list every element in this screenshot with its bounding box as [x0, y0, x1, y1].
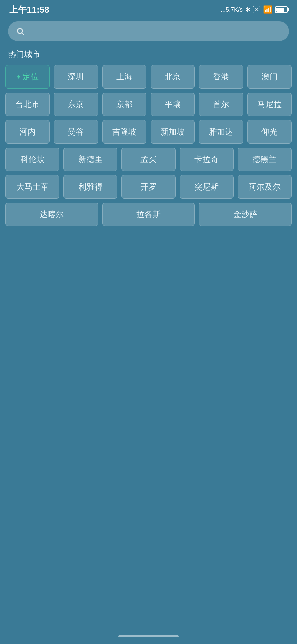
city-algiers-btn[interactable]: 阿尔及尔 [238, 175, 292, 199]
cities-grid: ⌖ 定位 深圳 上海 北京 香港 澳门 台北市 东京 京都 平壤 首尔 马尼拉 … [0, 65, 297, 226]
city-tokyo-btn[interactable]: 东京 [54, 93, 98, 116]
wifi-icon: 📶 [263, 5, 272, 14]
city-hongkong-btn[interactable]: 香港 [199, 65, 243, 89]
cities-row-4: 科伦坡 新德里 孟买 卡拉奇 德黑兰 [5, 148, 292, 171]
location-icon: ⌖ [17, 73, 20, 81]
city-seoul-btn[interactable]: 首尔 [199, 93, 243, 116]
city-riyadh-btn[interactable]: 利雅得 [63, 175, 117, 199]
city-macau-btn[interactable]: 澳门 [247, 65, 292, 89]
cities-row-6: 达喀尔 拉各斯 金沙萨 [5, 203, 292, 226]
city-karachi-btn[interactable]: 卡拉奇 [180, 148, 234, 171]
city-jakarta-btn[interactable]: 雅加达 [199, 120, 243, 144]
cities-row-2: 台北市 东京 京都 平壤 首尔 马尼拉 [5, 93, 292, 116]
search-icon [16, 27, 25, 36]
city-colombo-btn[interactable]: 科伦坡 [5, 148, 59, 171]
bluetooth-icon: ✱ [245, 6, 250, 13]
city-newdelhi-btn[interactable]: 新德里 [63, 148, 117, 171]
city-dakar-btn[interactable]: 达喀尔 [5, 203, 98, 226]
city-kyoto-btn[interactable]: 京都 [102, 93, 146, 116]
battery-icon [275, 6, 288, 13]
city-lagos-btn[interactable]: 拉各斯 [102, 203, 195, 226]
search-input[interactable] [30, 27, 281, 36]
close-icon: ✕ [253, 6, 260, 13]
cities-row-1: ⌖ 定位 深圳 上海 北京 香港 澳门 [5, 65, 292, 89]
city-taipei-btn[interactable]: 台北市 [5, 93, 50, 116]
cities-row-5: 大马士革 利雅得 开罗 突尼斯 阿尔及尔 [5, 175, 292, 199]
status-bar: 上午11:58 ...5.7K/s ✱ ✕ 📶 [0, 0, 297, 18]
city-yangon-btn[interactable]: 仰光 [247, 120, 292, 144]
city-shenzhen-btn[interactable]: 深圳 [54, 65, 98, 89]
cities-row-3: 河内 曼谷 吉隆坡 新加坡 雅加达 仰光 [5, 120, 292, 144]
city-singapore-btn[interactable]: 新加坡 [151, 120, 195, 144]
city-tunis-btn[interactable]: 突尼斯 [180, 175, 234, 199]
search-bar[interactable] [8, 21, 289, 41]
city-pyongyang-btn[interactable]: 平壤 [151, 93, 195, 116]
city-kinshasa-btn[interactable]: 金沙萨 [199, 203, 292, 226]
city-manila-btn[interactable]: 马尼拉 [247, 93, 292, 116]
section-title: 热门城市 [0, 46, 297, 65]
city-kl-btn[interactable]: 吉隆坡 [102, 120, 146, 144]
city-mumbai-btn[interactable]: 孟买 [121, 148, 175, 171]
city-hanoi-btn[interactable]: 河内 [5, 120, 50, 144]
status-icons: ...5.7K/s ✱ ✕ 📶 [221, 5, 288, 14]
city-bangkok-btn[interactable]: 曼谷 [54, 120, 98, 144]
city-tehran-btn[interactable]: 德黑兰 [238, 148, 292, 171]
city-locate-btn[interactable]: ⌖ 定位 [5, 65, 50, 89]
city-damascus-btn[interactable]: 大马士革 [5, 175, 59, 199]
svg-line-1 [22, 33, 24, 35]
city-cairo-btn[interactable]: 开罗 [121, 175, 175, 199]
home-indicator [118, 635, 179, 637]
network-speed: ...5.7K/s [221, 6, 243, 13]
city-shanghai-btn[interactable]: 上海 [102, 65, 146, 89]
status-time: 上午11:58 [9, 4, 49, 16]
search-container [0, 18, 297, 46]
city-beijing-btn[interactable]: 北京 [151, 65, 195, 89]
